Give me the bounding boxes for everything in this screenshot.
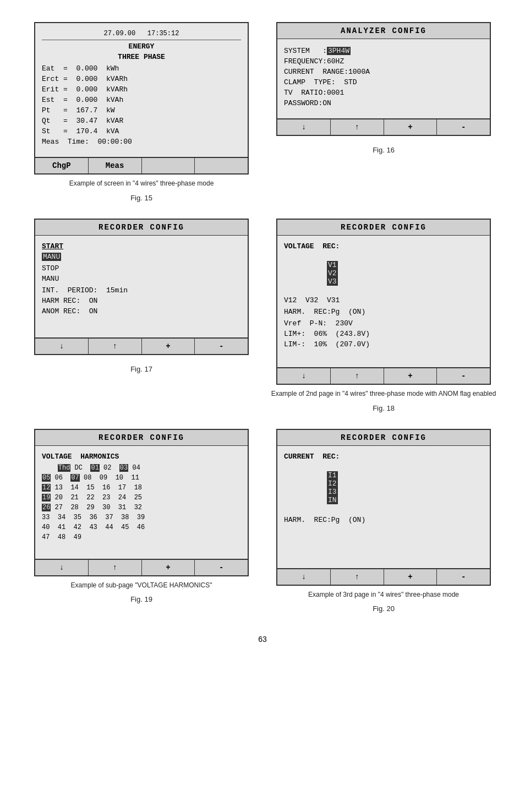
fig19-title: RECORDER CONFIG <box>35 430 248 446</box>
fig17-manu-inv: MANU <box>42 253 241 261</box>
fig20-current-rec: CURRENT REC: <box>284 453 483 461</box>
screen-18: RECORDER CONFIG VOLTAGE REC: V1 V2 V3 V1… <box>276 219 491 385</box>
figure-20: RECORDER CONFIG CURRENT REC: I1 I2 I3 IN… <box>268 429 499 613</box>
fig19-btn-up[interactable]: ↑ <box>89 560 142 575</box>
fig16-label: Fig. 16 <box>373 146 395 154</box>
fig15-row-1: Erct = 0.000 kVARh <box>42 75 241 83</box>
fig19-label: Fig. 19 <box>130 595 152 603</box>
fig16-title: ANALYZER CONFIG <box>277 23 490 39</box>
fig17-btn-up[interactable]: ↑ <box>89 339 142 354</box>
fig19-hrow-5: 33 34 35 36 37 38 39 <box>42 513 241 522</box>
fig17-int: INT. PERIOD: 15min <box>42 286 241 295</box>
fig16-btn-down[interactable]: ↓ <box>277 119 331 135</box>
fig20-buttons: ↓ ↑ + - <box>277 568 490 585</box>
fig20-harm: HARM. REC:Pg (ON) <box>284 516 483 524</box>
fig18-btn-down[interactable]: ↓ <box>277 368 331 384</box>
fig20-i1: I1 <box>327 471 338 479</box>
fig19-btn-minus[interactable]: - <box>195 560 248 575</box>
fig18-title: RECORDER CONFIG <box>277 220 490 236</box>
fig18-v-row2: V12 V32 V31 <box>284 296 483 304</box>
fig16-row-3: CLAMP TYPE: STD <box>284 78 483 86</box>
fig19-hrow-7: 47 48 49 <box>42 532 241 542</box>
fig15-caption: Example of screen in "4 wires" three-pha… <box>69 179 214 188</box>
fig15-label: Fig. 15 <box>130 194 152 202</box>
fig19-btn-down[interactable]: ↓ <box>35 560 89 575</box>
fig20-caption: Example of 3rd page in "4 wires" three-p… <box>308 590 459 600</box>
fig18-voltage-rec: VOLTAGE REC: <box>284 242 483 250</box>
fig16-row-5: PASSWORD:ON <box>284 99 483 107</box>
fig20-btn-minus[interactable]: - <box>437 569 490 585</box>
fig17-stop: STOP <box>42 264 241 273</box>
fig18-v-row1: V1 V2 V3 <box>284 253 483 294</box>
fig16-system-value: 3PH4W <box>327 47 351 55</box>
fig15-btn-chgp[interactable]: ChgP <box>35 158 89 173</box>
fig19-harm-grid: Thd DC 01 02 03 04 05 06 07 08 09 10 11 … <box>42 463 241 542</box>
fig15-btn-3 <box>142 158 195 173</box>
figure-17: RECORDER CONFIG START MANU STOP MANU INT… <box>26 219 257 412</box>
fig17-anom: ANOM REC: ON <box>42 307 241 315</box>
fig17-buttons: ↓ ↑ + - <box>35 337 248 354</box>
fig18-btn-up[interactable]: ↑ <box>331 368 384 384</box>
fig20-btn-plus[interactable]: + <box>384 569 438 585</box>
fig19-hrow-2: 12 13 14 15 16 17 18 <box>42 483 241 493</box>
screen-20: RECORDER CONFIG CURRENT REC: I1 I2 I3 IN… <box>276 429 491 586</box>
figure-16: ANALYZER CONFIG SYSTEM :3PH4W FREQUENCY:… <box>268 22 499 202</box>
fig17-start: START <box>42 242 241 250</box>
fig15-btn-meas[interactable]: Meas <box>89 158 142 173</box>
fig18-caption: Example of 2nd page in "4 wires" three-p… <box>271 389 496 399</box>
fig17-btn-minus[interactable]: - <box>195 339 248 354</box>
fig19-hrow-3: 19 20 21 22 23 24 25 <box>42 493 241 503</box>
fig19-hrow-4: 26 27 28 29 30 31 32 <box>42 503 241 513</box>
fig18-label: Fig. 18 <box>373 404 395 412</box>
fig16-btn-plus[interactable]: + <box>384 119 438 135</box>
fig15-buttons: ChgP Meas <box>35 157 248 173</box>
fig19-hrow-1: 05 06 07 08 09 10 11 <box>42 473 241 483</box>
fig17-title: RECORDER CONFIG <box>35 220 248 236</box>
fig15-row-6: St = 170.4 kVA <box>42 127 241 135</box>
fig19-subtitle: VOLTAGE HARMONICS <box>42 453 241 461</box>
fig19-hrow-6: 40 41 42 43 44 45 46 <box>42 522 241 532</box>
screen-16: ANALYZER CONFIG SYSTEM :3PH4W FREQUENCY:… <box>276 22 491 136</box>
fig16-buttons: ↓ ↑ + - <box>277 118 490 135</box>
fig19-btn-plus[interactable]: + <box>142 560 195 575</box>
fig16-btn-minus[interactable]: - <box>437 119 490 135</box>
fig20-i2: I2 <box>327 479 338 488</box>
fig18-harm: HARM. REC:Pg (ON) <box>284 308 483 316</box>
fig16-btn-up[interactable]: ↑ <box>331 119 384 135</box>
fig17-btn-down[interactable]: ↓ <box>35 339 89 354</box>
fig19-buttons: ↓ ↑ + - <box>35 559 248 575</box>
fig15-title2: THREE PHASE <box>42 53 241 61</box>
fig15-row-0: Eat = 0.000 kWh <box>42 64 241 73</box>
figure-19: RECORDER CONFIG VOLTAGE HARMONICS Thd DC… <box>26 429 257 613</box>
fig18-lim-plus: LIM+: 06% (243.8V) <box>284 330 483 338</box>
fig15-row-3: Est = 0.000 kVAh <box>42 96 241 104</box>
fig19-caption: Example of sub-page "VOLTAGE HARMONICS" <box>71 581 212 590</box>
figure-15: 27.09.00 17:35:12 ENERGY THREE PHASE Eat… <box>26 22 257 202</box>
figure-18: RECORDER CONFIG VOLTAGE REC: V1 V2 V3 V1… <box>268 219 499 412</box>
fig20-btn-up[interactable]: ↑ <box>331 569 384 585</box>
fig19-hrow-0: Thd DC 01 02 03 04 <box>42 463 241 473</box>
fig20-title: RECORDER CONFIG <box>277 430 490 446</box>
fig17-harm: HARM REC: ON <box>42 297 241 305</box>
fig20-label: Fig. 20 <box>373 604 395 613</box>
screen-15: 27.09.00 17:35:12 ENERGY THREE PHASE Eat… <box>34 22 249 175</box>
fig18-buttons: ↓ ↑ + - <box>277 367 490 384</box>
fig20-i3: I3 <box>327 488 338 496</box>
fig18-btn-plus[interactable]: + <box>384 368 438 384</box>
fig18-btn-minus[interactable]: - <box>437 368 490 384</box>
fig15-btn-4 <box>195 158 248 173</box>
fig15-row-5: Qt = 30.47 kVAR <box>42 117 241 125</box>
fig15-row-7: Meas Time: 00:00:00 <box>42 138 241 146</box>
fig18-v2: V2 <box>327 269 338 277</box>
fig20-i-row: I1 I2 I3 IN <box>284 463 483 513</box>
page-number: 63 <box>26 635 499 644</box>
fig16-row-0: SYSTEM :3PH4W <box>284 47 483 55</box>
fig18-v1: V1 <box>327 261 338 269</box>
fig18-v3: V3 <box>327 277 338 286</box>
fig16-row-4: TV RATIO:0001 <box>284 89 483 97</box>
fig20-btn-down[interactable]: ↓ <box>277 569 331 585</box>
fig18-vref: Vref P-N: 230V <box>284 319 483 328</box>
fig17-btn-plus[interactable]: + <box>142 339 195 354</box>
fig15-row-2: Erit = 0.000 kVARh <box>42 85 241 94</box>
fig15-row-4: Pt = 167.7 kW <box>42 106 241 115</box>
